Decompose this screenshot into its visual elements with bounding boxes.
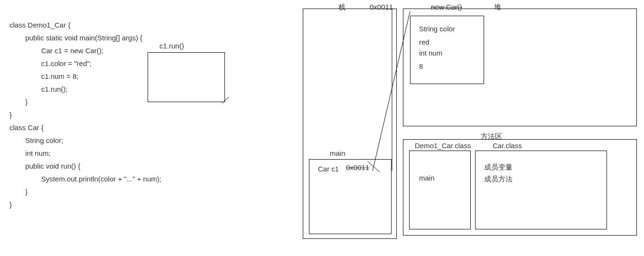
code-line: } [9,200,12,209]
class-box-1-title: Demo1_Car.class [415,142,471,150]
stack-frame-label: main [330,149,345,157]
code-line: public static void main(String[] args) { [9,34,142,42]
source-code: class Demo1_Car { public static void mai… [9,6,161,211]
class-box-2-line2: 成员方法 [484,175,513,184]
class-box-2-title: Car.class [493,142,522,150]
heap-val2: 8 [419,62,423,70]
code-line: String color; [9,136,63,144]
stack-var-addr: 0x0011 [346,163,369,171]
class-box-2-line1: 成员变量 [484,163,513,172]
code-line: c1.color = "red"; [9,59,92,67]
code-line: c1.run(); [9,85,68,93]
run-call-label: c1.run() [159,42,184,50]
class-box-1 [409,151,471,229]
code-line: Car c1 = new Car(); [9,47,103,55]
code-line: } [9,98,28,106]
code-line: public void run() { [9,162,80,170]
code-line: class Car { [9,123,44,132]
stack-var: Car c1 [318,165,339,173]
code-line: System.out.println(color + "..." + num); [9,175,161,183]
heap-val1: red [419,38,429,46]
code-line: } [9,188,28,196]
run-call-box [148,52,225,102]
class-box-1-line: main [419,174,435,182]
code-line: c1.num = 8; [9,72,78,80]
heap-field1: String color [419,25,455,33]
code-line: } [9,111,12,119]
code-line: int num; [9,149,51,157]
code-line: class Demo1_Car { [9,21,70,29]
heap-field2: int num [419,49,442,57]
class-box-2 [475,151,607,229]
